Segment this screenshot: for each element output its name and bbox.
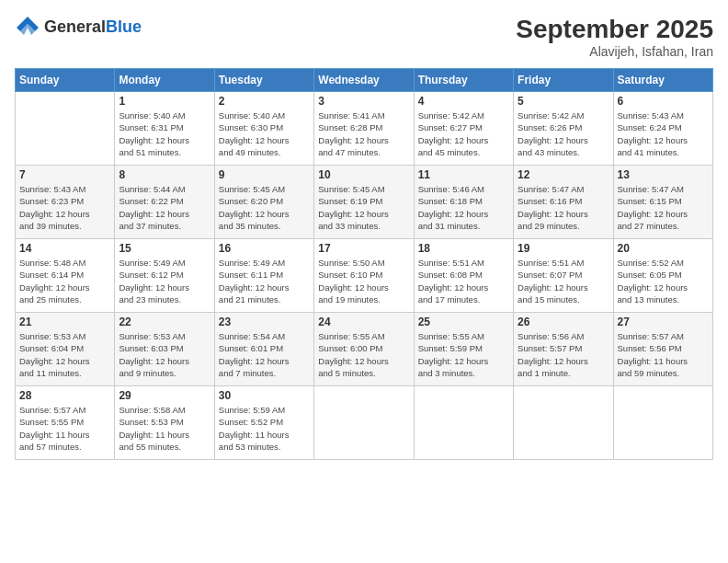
day-number: 12 [518, 168, 609, 181]
day-info: Sunrise: 5:40 AM Sunset: 6:31 PM Dayligh… [119, 109, 210, 158]
day-info: Sunrise: 5:51 AM Sunset: 6:08 PM Dayligh… [418, 257, 509, 305]
col-tuesday: Tuesday [214, 69, 313, 92]
day-info: Sunrise: 5:43 AM Sunset: 6:23 PM Dayligh… [19, 183, 110, 232]
table-row: 30Sunrise: 5:59 AM Sunset: 5:52 PM Dayli… [214, 386, 313, 460]
logo: General Blue [15, 15, 142, 40]
day-number: 29 [119, 389, 210, 402]
table-row [16, 92, 115, 166]
table-row: 8Sunrise: 5:44 AM Sunset: 6:22 PM Daylig… [115, 166, 214, 239]
day-info: Sunrise: 5:59 AM Sunset: 5:52 PM Dayligh… [219, 404, 310, 453]
day-info: Sunrise: 5:44 AM Sunset: 6:22 PM Dayligh… [119, 183, 210, 232]
table-row: 3Sunrise: 5:41 AM Sunset: 6:28 PM Daylig… [314, 92, 414, 166]
calendar-week-row: 1Sunrise: 5:40 AM Sunset: 6:31 PM Daylig… [16, 92, 713, 166]
table-row: 29Sunrise: 5:58 AM Sunset: 5:53 PM Dayli… [115, 386, 214, 460]
table-row: 6Sunrise: 5:43 AM Sunset: 6:24 PM Daylig… [613, 92, 712, 166]
day-number: 14 [19, 242, 110, 255]
header: General Blue September 2025 Alavijeh, Is… [15, 15, 713, 59]
col-saturday: Saturday [613, 69, 712, 92]
day-info: Sunrise: 5:46 AM Sunset: 6:18 PM Dayligh… [418, 183, 509, 232]
day-info: Sunrise: 5:41 AM Sunset: 6:28 PM Dayligh… [318, 109, 409, 158]
day-info: Sunrise: 5:47 AM Sunset: 6:16 PM Dayligh… [518, 183, 609, 232]
col-thursday: Thursday [414, 69, 513, 92]
table-row [414, 386, 513, 460]
table-row: 11Sunrise: 5:46 AM Sunset: 6:18 PM Dayli… [414, 166, 513, 239]
table-row: 4Sunrise: 5:42 AM Sunset: 6:27 PM Daylig… [414, 92, 513, 166]
day-info: Sunrise: 5:54 AM Sunset: 6:01 PM Dayligh… [219, 330, 310, 379]
table-row: 20Sunrise: 5:52 AM Sunset: 6:05 PM Dayli… [613, 239, 712, 313]
day-number: 28 [19, 389, 110, 402]
title-block: September 2025 Alavijeh, Isfahan, Iran [516, 15, 713, 59]
table-row: 17Sunrise: 5:50 AM Sunset: 6:10 PM Dayli… [314, 239, 414, 313]
calendar-header-row: Sunday Monday Tuesday Wednesday Thursday… [16, 69, 713, 92]
day-info: Sunrise: 5:49 AM Sunset: 6:11 PM Dayligh… [219, 257, 310, 305]
day-info: Sunrise: 5:42 AM Sunset: 6:26 PM Dayligh… [518, 109, 609, 158]
table-row: 28Sunrise: 5:57 AM Sunset: 5:55 PM Dayli… [16, 386, 115, 460]
day-number: 25 [418, 316, 509, 328]
table-row: 2Sunrise: 5:40 AM Sunset: 6:30 PM Daylig… [214, 92, 313, 166]
day-info: Sunrise: 5:49 AM Sunset: 6:12 PM Dayligh… [119, 257, 210, 305]
calendar-week-row: 21Sunrise: 5:53 AM Sunset: 6:04 PM Dayli… [16, 313, 713, 386]
table-row: 21Sunrise: 5:53 AM Sunset: 6:04 PM Dayli… [16, 313, 115, 386]
day-number: 6 [618, 95, 709, 108]
day-number: 17 [318, 242, 409, 255]
day-number: 8 [119, 168, 210, 181]
calendar-table: Sunday Monday Tuesday Wednesday Thursday… [15, 68, 713, 460]
day-number: 27 [618, 316, 709, 328]
table-row: 25Sunrise: 5:55 AM Sunset: 5:59 PM Dayli… [414, 313, 513, 386]
day-info: Sunrise: 5:57 AM Sunset: 5:56 PM Dayligh… [618, 330, 709, 379]
day-number: 3 [318, 95, 409, 108]
table-row: 7Sunrise: 5:43 AM Sunset: 6:23 PM Daylig… [16, 166, 115, 239]
day-info: Sunrise: 5:57 AM Sunset: 5:55 PM Dayligh… [19, 404, 110, 453]
calendar-week-row: 28Sunrise: 5:57 AM Sunset: 5:55 PM Dayli… [16, 386, 713, 460]
day-info: Sunrise: 5:40 AM Sunset: 6:30 PM Dayligh… [219, 109, 310, 158]
day-number: 4 [418, 95, 509, 108]
day-info: Sunrise: 5:48 AM Sunset: 6:14 PM Dayligh… [19, 257, 110, 305]
table-row: 18Sunrise: 5:51 AM Sunset: 6:08 PM Dayli… [414, 239, 513, 313]
day-number: 30 [219, 389, 310, 402]
page: General Blue September 2025 Alavijeh, Is… [0, 0, 728, 563]
calendar-week-row: 7Sunrise: 5:43 AM Sunset: 6:23 PM Daylig… [16, 166, 713, 239]
table-row: 10Sunrise: 5:45 AM Sunset: 6:19 PM Dayli… [314, 166, 414, 239]
day-number: 13 [618, 168, 709, 181]
day-info: Sunrise: 5:55 AM Sunset: 6:00 PM Dayligh… [318, 330, 409, 379]
table-row: 27Sunrise: 5:57 AM Sunset: 5:56 PM Dayli… [613, 313, 712, 386]
table-row: 14Sunrise: 5:48 AM Sunset: 6:14 PM Dayli… [16, 239, 115, 313]
day-number: 20 [618, 242, 709, 255]
day-number: 21 [19, 316, 110, 328]
day-info: Sunrise: 5:52 AM Sunset: 6:05 PM Dayligh… [618, 257, 709, 305]
table-row: 15Sunrise: 5:49 AM Sunset: 6:12 PM Dayli… [115, 239, 214, 313]
table-row: 22Sunrise: 5:53 AM Sunset: 6:03 PM Dayli… [115, 313, 214, 386]
table-row: 1Sunrise: 5:40 AM Sunset: 6:31 PM Daylig… [115, 92, 214, 166]
day-number: 26 [518, 316, 609, 328]
day-info: Sunrise: 5:56 AM Sunset: 5:57 PM Dayligh… [518, 330, 609, 379]
table-row: 12Sunrise: 5:47 AM Sunset: 6:16 PM Dayli… [514, 166, 613, 239]
col-friday: Friday [514, 69, 613, 92]
logo-general: General [44, 18, 106, 37]
day-info: Sunrise: 5:53 AM Sunset: 6:04 PM Dayligh… [19, 330, 110, 379]
day-number: 19 [518, 242, 609, 255]
day-info: Sunrise: 5:43 AM Sunset: 6:24 PM Dayligh… [618, 109, 709, 158]
day-number: 1 [119, 95, 210, 108]
day-number: 11 [418, 168, 509, 181]
table-row: 13Sunrise: 5:47 AM Sunset: 6:15 PM Dayli… [613, 166, 712, 239]
day-number: 23 [219, 316, 310, 328]
day-number: 10 [318, 168, 409, 181]
col-wednesday: Wednesday [314, 69, 414, 92]
month-title: September 2025 [516, 15, 713, 44]
day-info: Sunrise: 5:45 AM Sunset: 6:19 PM Dayligh… [318, 183, 409, 232]
logo-blue: Blue [106, 18, 142, 37]
table-row [314, 386, 414, 460]
table-row: 5Sunrise: 5:42 AM Sunset: 6:26 PM Daylig… [514, 92, 613, 166]
table-row: 9Sunrise: 5:45 AM Sunset: 6:20 PM Daylig… [214, 166, 313, 239]
day-info: Sunrise: 5:50 AM Sunset: 6:10 PM Dayligh… [318, 257, 409, 305]
day-number: 9 [219, 168, 310, 181]
table-row: 23Sunrise: 5:54 AM Sunset: 6:01 PM Dayli… [214, 313, 313, 386]
col-monday: Monday [115, 69, 214, 92]
day-info: Sunrise: 5:53 AM Sunset: 6:03 PM Dayligh… [119, 330, 210, 379]
day-info: Sunrise: 5:42 AM Sunset: 6:27 PM Dayligh… [418, 109, 509, 158]
calendar-week-row: 14Sunrise: 5:48 AM Sunset: 6:14 PM Dayli… [16, 239, 713, 313]
day-number: 22 [119, 316, 210, 328]
day-info: Sunrise: 5:47 AM Sunset: 6:15 PM Dayligh… [618, 183, 709, 232]
col-sunday: Sunday [16, 69, 115, 92]
table-row [613, 386, 712, 460]
